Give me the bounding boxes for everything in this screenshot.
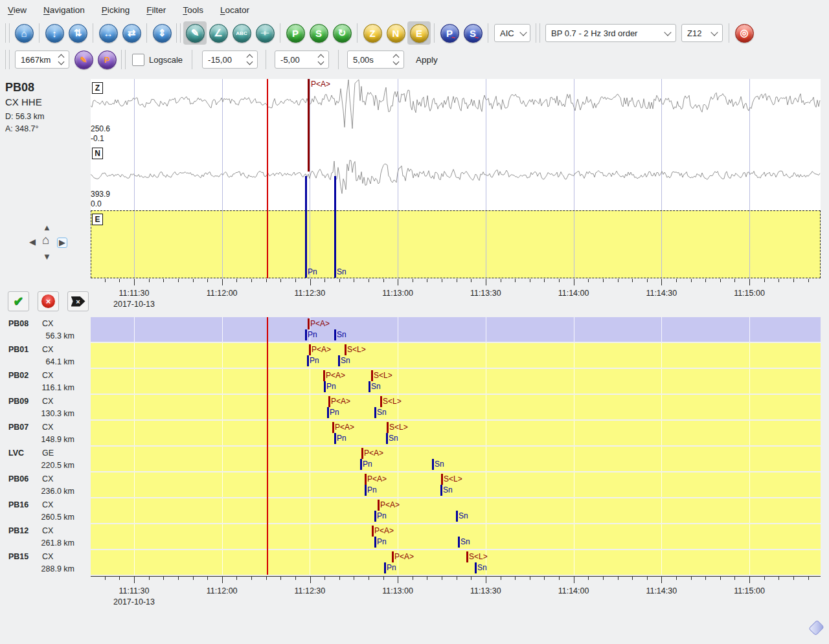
- rotation-select[interactable]: Z12: [681, 24, 723, 42]
- pick-line[interactable]: [365, 474, 367, 485]
- overview-row-pb07[interactable]: P<A>S<L>PnSn: [91, 421, 821, 445]
- apply-button[interactable]: Apply: [416, 55, 438, 65]
- align-picks-button[interactable]: P: [95, 48, 119, 71]
- pick-line[interactable]: [360, 459, 362, 470]
- overview-row-pb02[interactable]: P<A>S<L>PnSn: [91, 369, 821, 394]
- time-zoom-out-button[interactable]: ⇄: [120, 21, 143, 45]
- logscale-checkbox[interactable]: [132, 54, 144, 66]
- component-n-button[interactable]: N: [384, 21, 407, 45]
- component-e-button[interactable]: E: [407, 21, 431, 45]
- pick-line[interactable]: [392, 551, 394, 562]
- pick-line[interactable]: [308, 318, 310, 329]
- reject-button[interactable]: ×: [38, 291, 59, 311]
- angle-tool-button[interactable]: ∠: [207, 21, 230, 45]
- goto-next-s-button[interactable]: S: [307, 21, 330, 45]
- overview-row-pb01[interactable]: P<A>S<L>PnSn: [91, 343, 821, 368]
- distance-range-combo[interactable]: 1667km: [15, 50, 69, 69]
- plot-tool-button[interactable]: ✎: [72, 48, 95, 71]
- menu-tools[interactable]: Tools: [183, 5, 203, 15]
- pick-line[interactable]: [328, 396, 330, 407]
- measure-tool-button[interactable]: ⊣⊢: [253, 21, 277, 45]
- spinner-arrows-icon[interactable]: [59, 55, 63, 64]
- pick-line[interactable]: [372, 526, 374, 537]
- pick-line[interactable]: [387, 422, 389, 433]
- pick-line-sn[interactable]: [334, 176, 336, 278]
- pick-line[interactable]: [441, 474, 443, 485]
- pick-line[interactable]: [384, 562, 386, 573]
- amplitude-zoom-in-button[interactable]: ↕: [43, 21, 66, 45]
- time-window-end-spinbox[interactable]: -5,00: [275, 50, 329, 69]
- trace-view[interactable]: P<A>PnSnZ250.6-0.1N393.90.0E: [91, 79, 821, 278]
- menu-filter[interactable]: Filter: [146, 5, 166, 15]
- pick-line[interactable]: [334, 329, 336, 340]
- snr-window-spinbox[interactable]: 5,00s: [347, 50, 404, 69]
- spinner-arrows-icon[interactable]: [394, 55, 398, 64]
- picker-tool-button[interactable]: ✎: [183, 21, 207, 45]
- pick-line[interactable]: [466, 551, 468, 562]
- pick-line[interactable]: [365, 485, 367, 496]
- overview-row-lvc[interactable]: P<A>PnSn: [91, 447, 821, 471]
- pick-line[interactable]: [305, 329, 307, 340]
- pick-line[interactable]: [378, 500, 380, 511]
- time-window-start-spinbox[interactable]: -15,00: [202, 50, 258, 69]
- overview-panel[interactable]: P<A>PnSnP<A>S<L>PnSnP<A>S<L>PnSnP<A>S<L>…: [91, 317, 821, 575]
- overview-row-pb06[interactable]: P<A>S<L>PnSn: [91, 472, 821, 497]
- pick-line[interactable]: [345, 344, 346, 355]
- default-scale-button[interactable]: ⇕: [150, 21, 174, 45]
- pick-p-button[interactable]: P~: [438, 21, 461, 45]
- pick-line[interactable]: [458, 537, 460, 548]
- amplitude-zoom-out-button[interactable]: ⇅: [66, 21, 89, 45]
- overview-row-pb12[interactable]: P<A>PnSn: [91, 524, 821, 549]
- home-button[interactable]: ⌂: [12, 21, 36, 45]
- pick-line[interactable]: [380, 396, 382, 407]
- pick-line[interactable]: [334, 433, 336, 444]
- pick-line[interactable]: [374, 537, 376, 548]
- pick-line[interactable]: [323, 370, 325, 381]
- overview-row-pb09[interactable]: P<A>S<L>PnSn: [91, 395, 821, 419]
- menu-locator[interactable]: Locator: [220, 5, 249, 15]
- time-zoom-in-button[interactable]: ↔: [97, 21, 120, 45]
- spinner-arrows-icon[interactable]: [319, 55, 323, 64]
- overview-row-pb08[interactable]: P<A>PnSn: [91, 317, 821, 342]
- pick-line[interactable]: [338, 355, 340, 366]
- menu-view[interactable]: View: [8, 5, 27, 15]
- scroll-down-button[interactable]: ▼: [43, 252, 51, 261]
- repick-button[interactable]: ↻: [330, 21, 354, 45]
- spinner-arrows-icon[interactable]: [247, 55, 252, 64]
- discard-next-button[interactable]: ×: [67, 291, 89, 311]
- accept-button[interactable]: ✔: [8, 291, 29, 311]
- pick-line[interactable]: [369, 381, 370, 392]
- phase-label-tool-button[interactable]: ABC: [230, 21, 253, 45]
- picker-algorithm-select[interactable]: AIC: [494, 24, 530, 42]
- size-grip[interactable]: [808, 620, 824, 636]
- pick-line[interactable]: [309, 344, 311, 355]
- filter-select[interactable]: BP 0.7 - 2 Hz 3rd order: [545, 24, 676, 42]
- menu-picking[interactable]: Picking: [102, 5, 130, 15]
- pick-line[interactable]: [386, 433, 388, 444]
- pick-line[interactable]: [440, 485, 442, 496]
- pick-line[interactable]: [374, 407, 376, 418]
- pick-line[interactable]: [327, 407, 329, 418]
- overview-row-pb15[interactable]: P<A>S<L>PnSn: [91, 550, 821, 575]
- pick-line[interactable]: [374, 511, 376, 522]
- component-z-button[interactable]: Z: [361, 21, 384, 45]
- pick-line[interactable]: [432, 459, 434, 470]
- pick-line[interactable]: [361, 448, 363, 459]
- scroll-left-button[interactable]: ◀: [29, 238, 36, 247]
- scroll-up-button[interactable]: ▲: [43, 223, 51, 232]
- goto-next-p-button[interactable]: P: [284, 21, 307, 45]
- pick-s-button[interactable]: S~: [461, 21, 484, 45]
- pick-line-pn[interactable]: [305, 176, 307, 278]
- pick-line[interactable]: [456, 511, 458, 522]
- pick-line[interactable]: [371, 370, 373, 381]
- scroll-right-button[interactable]: ▶: [57, 238, 67, 248]
- relocate-button[interactable]: ◎: [732, 21, 756, 45]
- pick-line[interactable]: [324, 381, 326, 392]
- pick-line-pa[interactable]: [308, 79, 310, 172]
- menu-navigation[interactable]: Navigation: [43, 5, 85, 15]
- home-view-button[interactable]: ⌂: [42, 236, 49, 245]
- pick-line[interactable]: [332, 422, 334, 433]
- pick-line[interactable]: [475, 562, 477, 573]
- pick-line[interactable]: [307, 355, 309, 366]
- overview-row-pb16[interactable]: P<A>PnSn: [91, 498, 821, 523]
